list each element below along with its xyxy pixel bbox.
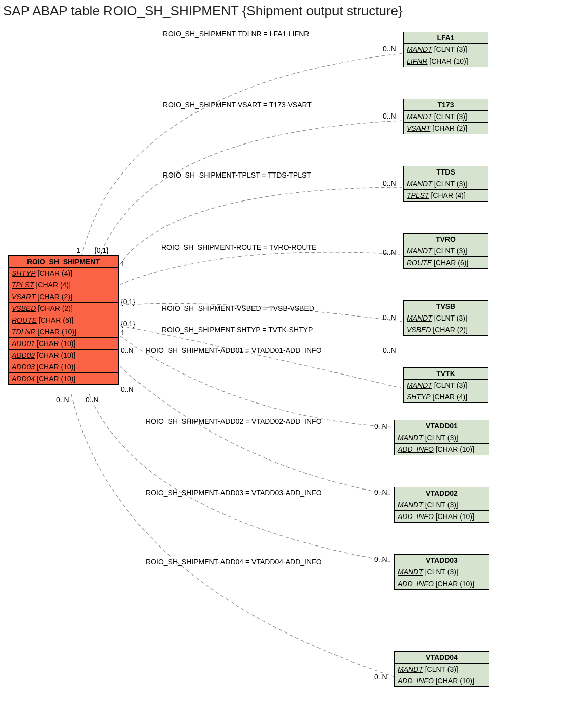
field-row: MANDT [CLNT (3)]: [404, 312, 488, 324]
field-type: [CLNT (3)]: [434, 45, 467, 53]
cardinality: 1: [121, 329, 125, 337]
field-type: [CLNT (3)]: [434, 381, 467, 389]
cardinality: 1: [121, 260, 125, 268]
cardinality: {0,1}: [121, 298, 135, 306]
field-row: ADD04 [CHAR (10)]: [9, 373, 118, 384]
entity-header: VTADD04: [395, 652, 489, 664]
field-name: MANDT: [407, 45, 432, 53]
relation-label: ROIO_SH_SHIPMENT-ROUTE = TVRO-ROUTE: [161, 243, 316, 251]
field-type: [CHAR (2)]: [433, 326, 467, 334]
cardinality: 0..N: [383, 112, 396, 120]
field-row: ROUTE [CHAR (6)]: [404, 257, 488, 268]
cardinality: 0..N: [86, 396, 99, 404]
entity-vtadd01: VTADD01 MANDT [CLNT (3)] ADD_INFO [CHAR …: [394, 420, 489, 455]
field-row: TDLNR [CHAR (10)]: [9, 326, 118, 338]
field-name: VSART: [407, 124, 430, 132]
cardinality: 0..N: [383, 248, 396, 256]
field-row: ADD03 [CHAR (10)]: [9, 361, 118, 373]
entity-ttds: TTDS MANDT [CLNT (3)] TPLST [CHAR (4)]: [403, 166, 488, 202]
entity-header: LFA1: [404, 32, 488, 44]
field-type: [CHAR (10)]: [436, 445, 474, 453]
field-row: MANDT [CLNT (3)]: [395, 432, 489, 444]
field-type: [CHAR (10)]: [37, 375, 75, 383]
entity-vtadd03: VTADD03 MANDT [CLNT (3)] ADD_INFO [CHAR …: [394, 554, 489, 590]
field-name: ADD_INFO: [398, 580, 434, 588]
cardinality: 0..N: [383, 313, 396, 322]
field-name: TPLST: [12, 281, 34, 289]
entity-header: TTDS: [404, 166, 488, 178]
relation-label: ROIO_SH_SHIPMENT-TDLNR = LFA1-LIFNR: [163, 30, 309, 38]
cardinality: 1: [76, 246, 80, 254]
entity-header: VTADD01: [395, 420, 489, 432]
field-type: [CHAR (2)]: [37, 293, 72, 301]
cardinality: 0..N: [56, 396, 69, 404]
relation-label: ROIO_SH_SHIPMENT-ADD02 = VTADD02-ADD_INF…: [146, 417, 322, 425]
entity-source-header: ROIO_SH_SHIPMENT: [9, 256, 118, 268]
field-type: [CHAR (10)]: [429, 57, 468, 65]
field-type: [CHAR (6)]: [39, 316, 73, 324]
relation-label: ROIO_SH_SHIPMENT-VSART = T173-VSART: [163, 101, 312, 109]
relation-label: ROIO_SH_SHIPMENT-SHTYP = TVTK-SHTYP: [162, 326, 313, 334]
field-name: MANDT: [407, 381, 432, 389]
field-type: [CHAR (10)]: [37, 339, 75, 348]
entity-tvtk: TVTK MANDT [CLNT (3)] SHTYP [CHAR (4)]: [403, 367, 488, 403]
field-name: MANDT: [398, 434, 423, 442]
field-name: MANDT: [398, 501, 423, 509]
field-row: MANDT [CLNT (3)]: [404, 178, 488, 190]
field-type: [CHAR (4)]: [36, 281, 70, 289]
field-type: [CHAR (10)]: [37, 363, 75, 371]
field-name: TPLST: [407, 191, 429, 199]
relation-label: ROIO_SH_SHIPMENT-ADD04 = VTADD04-ADD_INF…: [146, 558, 322, 566]
field-row: VSBED [CHAR (2)]: [404, 324, 488, 335]
field-row: MANDT [CLNT (3)]: [395, 566, 489, 578]
field-row: ADD_INFO [CHAR (10)]: [395, 511, 489, 522]
field-type: [CLNT (3)]: [425, 568, 458, 576]
field-type: [CHAR (4)]: [431, 191, 465, 199]
field-type: [CLNT (3)]: [434, 247, 467, 255]
field-type: [CHAR (10)]: [436, 677, 474, 685]
field-name: ADD_INFO: [398, 512, 434, 521]
field-name: MANDT: [407, 112, 432, 121]
field-row: MANDT [CLNT (3)]: [395, 499, 489, 511]
field-type: [CHAR (10)]: [436, 512, 474, 521]
field-row: ADD02 [CHAR (10)]: [9, 350, 118, 361]
field-type: [CLNT (3)]: [434, 112, 467, 121]
field-name: ROUTE: [12, 316, 37, 324]
field-type: [CLNT (3)]: [425, 501, 458, 509]
field-name: ADD04: [12, 375, 35, 383]
entity-t173: T173 MANDT [CLNT (3)] VSART [CHAR (2)]: [403, 99, 488, 134]
field-type: [CHAR (2)]: [432, 124, 467, 132]
field-type: [CLNT (3)]: [434, 314, 467, 322]
field-row: ADD_INFO [CHAR (10)]: [395, 675, 489, 686]
field-name: ADD_INFO: [398, 677, 434, 685]
field-row: ADD_INFO [CHAR (10)]: [395, 444, 489, 455]
cardinality: {0,1}: [121, 320, 135, 328]
field-type: [CHAR (10)]: [37, 351, 75, 359]
field-name: TDLNR: [12, 328, 36, 336]
field-name: ADD_INFO: [398, 445, 434, 453]
field-row: SHTYP [CHAR (4)]: [404, 391, 488, 402]
field-type: [CHAR (2)]: [38, 304, 72, 312]
field-row: SHTYP [CHAR (4)]: [9, 268, 118, 279]
cardinality: 0..N: [374, 422, 387, 430]
field-row: MANDT [CLNT (3)]: [404, 44, 488, 55]
relation-label: ROIO_SH_SHIPMENT-ADD03 = VTADD03-ADD_INF…: [146, 488, 322, 497]
field-name: SHTYP: [407, 393, 431, 401]
field-name: ADD01: [12, 339, 35, 348]
entity-header: VTADD03: [395, 555, 489, 566]
relation-label: ROIO_SH_SHIPMENT-TPLST = TTDS-TPLST: [163, 171, 311, 179]
field-name: ADD03: [12, 363, 35, 371]
field-name: MANDT: [407, 247, 432, 255]
field-type: [CHAR (4)]: [38, 269, 72, 277]
entity-header: T173: [404, 99, 488, 111]
field-type: [CLNT (3)]: [434, 180, 467, 188]
field-row: ADD01 [CHAR (10)]: [9, 338, 118, 350]
cardinality: {0,1}: [94, 246, 109, 254]
field-name: ROUTE: [407, 258, 432, 267]
field-row: ROUTE [CHAR (6)]: [9, 314, 118, 326]
field-name: MANDT: [398, 568, 423, 576]
field-type: [CLNT (3)]: [425, 665, 458, 673]
field-row: LIFNR [CHAR (10)]: [404, 55, 488, 67]
field-name: VSART: [12, 293, 35, 301]
entity-source: ROIO_SH_SHIPMENT SHTYP [CHAR (4)] TPLST …: [8, 255, 119, 385]
